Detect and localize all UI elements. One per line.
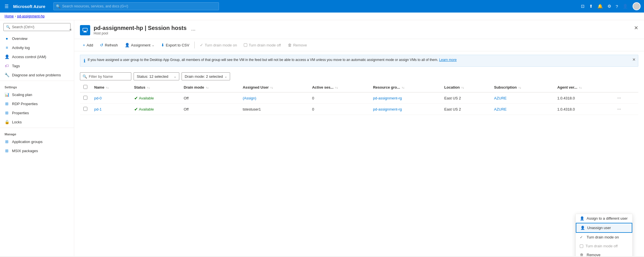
assigned-user-sort-icon[interactable]: ↑↓: [270, 86, 273, 89]
breadcrumb-resource[interactable]: pd-assignment-hp: [17, 14, 45, 18]
export-button[interactable]: ⬇ Export to CSV: [158, 41, 192, 49]
search-icon: 🔍: [56, 4, 61, 9]
remove-button[interactable]: 🗑 Remove: [285, 41, 310, 49]
sidebar-item-iam[interactable]: 👤 Access control (IAM): [0, 52, 74, 61]
page-subtitle: Host pool: [94, 31, 187, 35]
page-header-close-btn[interactable]: ✕: [634, 25, 638, 31]
resource-group-sort-icon[interactable]: ↑↓: [402, 86, 404, 89]
sidebar-item-overview[interactable]: ● Overview: [0, 34, 74, 43]
locks-icon: 🔒: [5, 120, 9, 124]
context-menu-drain-off-label: Turn drain mode off: [585, 244, 618, 248]
status-check-icon: ✔: [134, 107, 138, 112]
row-assigned-user-0[interactable]: (Assign): [243, 96, 256, 100]
remove-icon: 🗑: [288, 43, 292, 47]
tags-icon: 🏷: [5, 64, 9, 68]
hamburger-menu[interactable]: ☰: [3, 3, 10, 10]
row-ellipsis-1[interactable]: ···: [615, 106, 623, 112]
email-icon[interactable]: ⊡: [581, 4, 585, 9]
name-sort-icon[interactable]: ↑↓: [106, 86, 109, 89]
info-banner: ℹ If you have assigned a user group to t…: [80, 55, 638, 67]
info-banner-close-btn[interactable]: ✕: [632, 57, 636, 62]
svg-rect-0: [83, 28, 87, 31]
row-name-0[interactable]: pd-0: [94, 96, 102, 100]
row-resource-group-1[interactable]: pd-assignment-rg: [373, 107, 402, 111]
context-menu-drain-on[interactable]: ✓ Turn drain mode on: [576, 233, 632, 242]
active-sessions-sort-icon[interactable]: ↑↓: [335, 86, 338, 89]
drain-off-icon: [244, 43, 247, 47]
drain-on-button[interactable]: ✓ Turn drain mode on: [197, 41, 240, 49]
properties-icon: ⊞: [5, 111, 9, 115]
sidebar-item-msix[interactable]: ⊞ MSIX packages: [0, 146, 74, 155]
refresh-button[interactable]: ↺ Refresh: [97, 41, 121, 49]
sidebar-item-tags[interactable]: 🏷 Tags: [0, 61, 74, 70]
sidebar-item-scaling-plan[interactable]: 📊 Scaling plan: [0, 90, 74, 99]
agent-ver-sort-icon[interactable]: ↑↓: [579, 86, 582, 89]
context-menu-unassign[interactable]: 👤 Unassign user: [576, 223, 632, 233]
context-menu-drain-off[interactable]: Turn drain mode off: [576, 242, 632, 250]
table-wrapper: Name ↑↓ Status ↑↓ Drain mode ↑↓ Assign: [74, 83, 644, 115]
brand-name: Microsoft Azure: [13, 4, 45, 9]
context-menu-remove-label: Remove: [587, 253, 600, 256]
filter-placeholder: Filter by Name: [89, 74, 113, 79]
name-filter[interactable]: 🔍 Filter by Name: [80, 72, 131, 80]
sidebar-divider-1: [0, 81, 74, 81]
status-sort-icon[interactable]: ↑↓: [147, 86, 150, 89]
add-button[interactable]: + Add: [80, 41, 96, 49]
page-header-text: pd-assignment-hp | Session hosts Host po…: [94, 25, 187, 35]
row-subscription-1[interactable]: AZURE: [494, 107, 507, 111]
bell-icon[interactable]: 🔔: [597, 4, 603, 9]
global-search[interactable]: 🔍 Search resources, services, and docs (…: [53, 2, 219, 10]
search-icon: 🔍: [6, 25, 10, 29]
sidebar-item-rdp[interactable]: ⊞ RDP Properties: [0, 99, 74, 108]
svg-rect-1: [84, 31, 86, 32]
context-menu-remove[interactable]: 🗑 Remove: [576, 250, 632, 256]
drain-mode-filter-label: Drain mode: 2 selected: [185, 74, 223, 79]
help-icon[interactable]: ?: [616, 4, 618, 9]
person-remove-icon: 👤: [580, 226, 585, 230]
feedback-icon[interactable]: ⬆: [589, 4, 593, 9]
sidebar-divider-2: [0, 128, 74, 128]
refresh-label: Refresh: [105, 43, 118, 47]
col-resource-group: Resource gro... ↑↓: [370, 83, 441, 92]
sidebar-collapse-btn[interactable]: «: [69, 27, 72, 32]
row-ellipsis-0[interactable]: ···: [615, 95, 623, 101]
row-checkbox-0[interactable]: [83, 96, 87, 100]
rdp-icon: ⊞: [5, 101, 9, 106]
sidebar-item-diagnose[interactable]: 🔧 Diagnose and solve problems: [0, 70, 74, 79]
drain-mode-sort-icon[interactable]: ↑↓: [206, 86, 209, 89]
learn-more-link[interactable]: Learn more: [439, 58, 456, 62]
sidebar-label-iam: Access control (IAM): [12, 55, 46, 59]
row-active-sessions-0: 0: [309, 92, 369, 104]
toolbar: + Add ↺ Refresh 👤 Assignment ⌄ ⬇ Export …: [74, 39, 644, 51]
export-label: Export to CSV: [166, 43, 189, 47]
sidebar-search[interactable]: 🔍 Search (Ctrl+/): [3, 23, 71, 31]
export-icon: ⬇: [161, 43, 164, 47]
assignment-button[interactable]: 👤 Assignment ⌄: [122, 41, 157, 49]
row-checkbox-1[interactable]: [83, 107, 87, 111]
row-resource-group-0[interactable]: pd-assignment-rg: [373, 96, 402, 100]
sidebar-item-properties[interactable]: ⊞ Properties: [0, 108, 74, 117]
gear-icon[interactable]: ⚙: [607, 4, 611, 9]
page-header-more-btn[interactable]: ···: [191, 27, 196, 33]
context-menu-assign-different[interactable]: 👤 Assign to a different user: [576, 214, 632, 223]
drain-off-button[interactable]: Turn drain mode off: [241, 42, 284, 49]
row-subscription-0[interactable]: AZURE: [494, 96, 507, 100]
row-name-1[interactable]: pd-1: [94, 107, 102, 111]
context-menu: 👤 Assign to a different user 👤 Unassign …: [575, 214, 633, 256]
drain-mode-filter[interactable]: Drain mode: 2 selected ⌄: [182, 72, 230, 80]
sidebar-item-locks[interactable]: 🔒 Locks: [0, 117, 74, 127]
avatar[interactable]: [633, 2, 641, 10]
sidebar-item-activity-log[interactable]: ≡ Activity log: [0, 43, 74, 52]
location-sort-icon[interactable]: ↑↓: [461, 86, 464, 89]
filter-search-icon: 🔍: [82, 74, 87, 79]
row-location-0: East US 2: [441, 92, 490, 104]
breadcrumb-home[interactable]: Home: [5, 14, 14, 18]
sidebar-item-app-groups[interactable]: ⊞ Application groups: [0, 137, 74, 146]
user-directory-icon[interactable]: 👤: [623, 4, 628, 9]
subscription-sort-icon[interactable]: ↑↓: [518, 86, 521, 89]
select-all-checkbox[interactable]: [83, 85, 87, 89]
col-agent-version: Agent ver... ↑↓: [554, 83, 612, 92]
status-filter[interactable]: Status: 12 selected ⌄: [134, 72, 179, 80]
sidebar-label-diagnose: Diagnose and solve problems: [12, 73, 61, 77]
col-name: Name ↑↓: [91, 83, 131, 92]
